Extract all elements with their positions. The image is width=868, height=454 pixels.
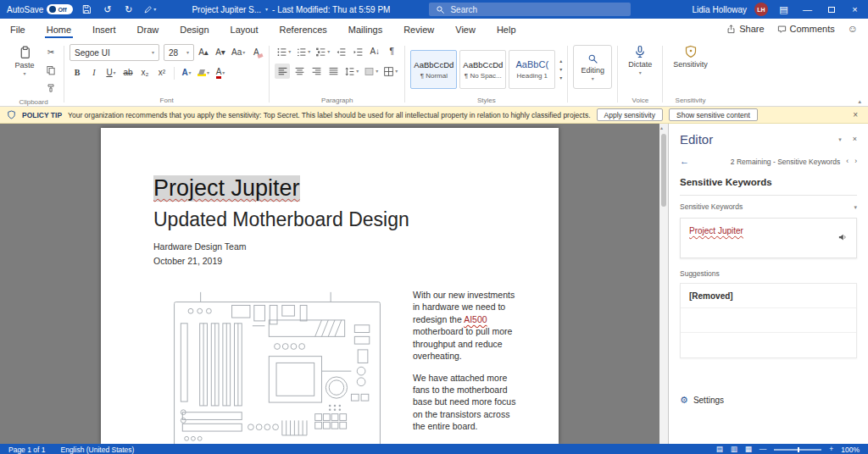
document-page[interactable]: Project Jupiter Updated Motherboard Desi… [101, 128, 559, 444]
next-keyword-icon[interactable]: › [854, 158, 857, 165]
decrease-indent-icon[interactable] [333, 44, 348, 59]
search-box[interactable] [429, 3, 631, 16]
collapse-chevron-icon[interactable]: ▾ [854, 204, 857, 210]
font-name-select[interactable]: Segoe UI ▾ [70, 44, 159, 61]
subscript-icon[interactable]: x₂ [137, 65, 153, 80]
cut-icon[interactable]: ✂ [43, 45, 58, 60]
show-sensitive-content-button[interactable]: Show sensitive content [669, 108, 758, 121]
save-button[interactable] [78, 0, 94, 19]
italic-icon[interactable]: I [86, 65, 102, 80]
bold-icon[interactable]: B [70, 65, 85, 80]
tab-layout[interactable]: Layout [229, 20, 260, 38]
copy-icon[interactable] [43, 63, 58, 78]
zoom-slider-knob[interactable] [798, 447, 799, 452]
align-left-icon[interactable] [275, 64, 290, 79]
superscript-icon[interactable]: x² [154, 65, 170, 80]
dismiss-policy-tip-icon[interactable]: × [849, 111, 861, 119]
bullet-list-icon[interactable]: ▾ [275, 44, 292, 59]
numbered-list-icon[interactable]: ▾ [294, 44, 312, 59]
doc-paragraph-2[interactable]: We have attached more fans to the mother… [413, 372, 516, 433]
doc-author-line[interactable]: Hardware Design Team [153, 240, 518, 254]
styles-down-icon[interactable]: ▾ [559, 67, 562, 72]
grow-font-icon[interactable]: A▴ [196, 45, 211, 60]
clear-formatting-icon[interactable]: A [248, 45, 264, 60]
format-painter-icon[interactable] [43, 80, 58, 96]
settings-link[interactable]: ⚙ Settings [680, 396, 857, 405]
style-no-spacing[interactable]: AaBbCcDd ¶ No Spac... [459, 50, 506, 89]
page-indicator[interactable]: Page 1 of 1 [8, 446, 45, 454]
dictate-button[interactable]: Dictate ▾ [623, 42, 657, 94]
align-center-icon[interactable] [292, 64, 307, 79]
suggestion-item[interactable]: [Removed] [681, 284, 856, 308]
style-heading-1[interactable]: AaBbC( Heading 1 [509, 50, 555, 89]
highlight-color-icon[interactable]: ▾ [196, 65, 211, 80]
styles-more-icon[interactable]: ▾ [559, 75, 562, 80]
chevron-down-icon[interactable]: ▾ [265, 7, 268, 12]
scroll-up-icon[interactable]: ▴ [660, 125, 663, 130]
tab-review[interactable]: Review [402, 20, 436, 38]
zoom-in-icon[interactable]: + [829, 446, 833, 453]
previous-keyword-icon[interactable]: ‹ [846, 158, 849, 165]
document-canvas[interactable]: Project Jupiter Updated Motherboard Desi… [0, 124, 659, 444]
sort-icon[interactable]: A↓ [367, 44, 382, 59]
suggestion-item[interactable] [681, 308, 856, 333]
back-arrow-icon[interactable]: ← [680, 157, 689, 166]
paste-button[interactable]: Paste ▾ [8, 42, 41, 96]
style-normal[interactable]: AaBbCcDd ¶ Normal [410, 50, 457, 89]
restore-icon[interactable] [823, 0, 839, 19]
read-mode-icon[interactable]: ▤ [716, 446, 723, 453]
pane-options-chevron-icon[interactable]: ▾ [838, 136, 842, 142]
borders-icon[interactable]: ▾ [381, 64, 399, 79]
read-aloud-icon[interactable] [837, 232, 848, 245]
font-size-select[interactable]: 28 ▾ [164, 44, 194, 61]
avatar[interactable]: LH [754, 3, 768, 16]
tab-mailings[interactable]: Mailings [347, 20, 384, 38]
strikethrough-icon[interactable]: ab [120, 65, 136, 80]
autosave-toggle[interactable]: AutoSave Off [7, 4, 73, 14]
language-indicator[interactable]: English (United States) [60, 446, 134, 454]
zoom-slider[interactable] [774, 449, 821, 451]
styles-up-icon[interactable]: ▴ [559, 58, 562, 64]
vertical-scrollbar[interactable]: ▴ [659, 124, 668, 444]
ribbon-display-options-icon[interactable]: ▤ [776, 0, 792, 19]
shading-icon[interactable]: ▾ [362, 64, 380, 79]
line-spacing-icon[interactable]: ▾ [342, 64, 360, 79]
tab-draw[interactable]: Draw [136, 20, 161, 38]
comments-button[interactable]: Comments [777, 24, 835, 34]
search-input[interactable] [450, 5, 624, 14]
multilevel-list-icon[interactable]: ▾ [314, 44, 331, 59]
user-name[interactable]: Lidia Holloway [693, 5, 747, 14]
font-color-icon[interactable]: A▾ [213, 65, 228, 80]
sensitivity-button[interactable]: Sensitivity [668, 42, 713, 94]
text-effects-icon[interactable]: A▾ [179, 65, 194, 80]
minimize-icon[interactable]: — [799, 0, 815, 19]
tab-view[interactable]: View [453, 20, 477, 38]
autosave-switch[interactable]: Off [47, 4, 73, 14]
pen-tool-button[interactable]: ▾ [142, 0, 158, 19]
print-layout-icon[interactable]: ▥ [731, 446, 737, 453]
increase-indent-icon[interactable] [350, 44, 365, 59]
share-button[interactable]: Share [726, 24, 764, 34]
keywords-group-header[interactable]: Sensitive Keywords ▾ [680, 202, 857, 211]
tab-insert[interactable]: Insert [91, 20, 118, 38]
keyword-card[interactable]: Project Jupiter [680, 218, 857, 258]
doc-subheading[interactable]: Updated Motherboard Design [153, 208, 518, 231]
web-layout-icon[interactable]: ▦ [745, 446, 752, 453]
flagged-keyword[interactable]: Project Jupiter [689, 226, 743, 235]
shrink-font-icon[interactable]: A▾ [213, 45, 228, 60]
align-right-icon[interactable] [309, 64, 324, 79]
redo-icon[interactable]: ↻ [120, 0, 136, 19]
doc-paragraph-1[interactable]: With our new investments in hardware we … [413, 289, 516, 363]
motherboard-diagram[interactable] [153, 289, 401, 444]
tab-help[interactable]: Help [495, 20, 518, 38]
apply-sensitivity-button[interactable]: Apply sensitivity [597, 108, 663, 121]
tab-design[interactable]: Design [178, 20, 210, 38]
tab-file[interactable]: File [8, 20, 27, 38]
pilcrow-icon[interactable]: ¶ [384, 44, 399, 59]
scrollbar-thumb[interactable] [661, 134, 666, 207]
suggestion-item[interactable] [681, 333, 856, 357]
doc-date-line[interactable]: October 21, 2019 [153, 254, 518, 269]
zoom-out-icon[interactable]: — [760, 446, 767, 453]
pane-close-icon[interactable]: × [853, 136, 857, 143]
tab-references[interactable]: References [278, 20, 329, 38]
